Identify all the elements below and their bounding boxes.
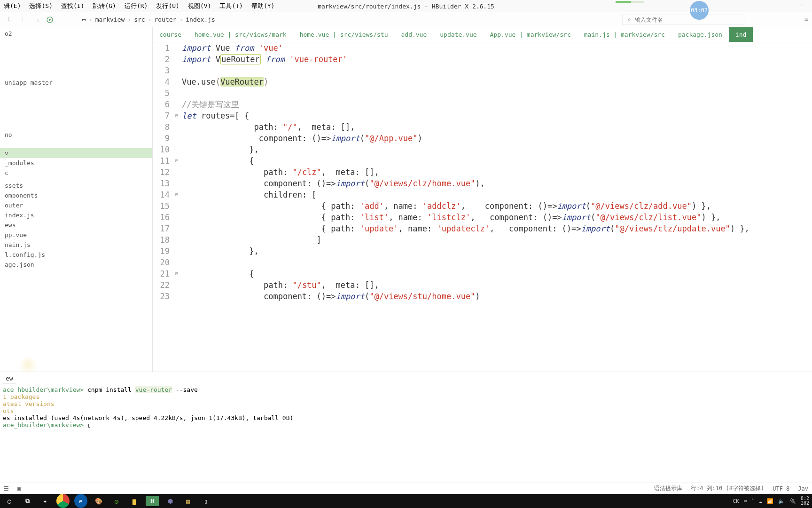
menu-tools[interactable]: 工具(T) [219, 2, 242, 10]
sidebar-item-mainjs[interactable]: nain.js [0, 240, 152, 250]
sidebar-project[interactable]: o2 [0, 27, 152, 40]
ime-indicator[interactable]: CK [733, 498, 739, 504]
taskview-icon[interactable]: ⧉ [21, 496, 34, 506]
code-editor[interactable]: 1234567891011121314151617181920212223 ⊟⊟… [153, 42, 812, 372]
sidebar-item-views[interactable]: ews [0, 220, 152, 230]
status-rowcol: 行:4 列:10 (8字符被选择) [691, 484, 764, 492]
file-search[interactable]: ⌕ [622, 15, 744, 25]
run-icon[interactable] [47, 16, 53, 23]
minimize-icon[interactable]: — [799, 2, 803, 9]
tray-time[interactable]: 8:2 202 [801, 496, 809, 506]
tab-mainjs[interactable]: main.js | markview/src [578, 27, 671, 42]
sidebar-item-pkgjson[interactable]: age.json [0, 260, 152, 270]
edge-icon[interactable]: e [74, 496, 87, 506]
sidebar-item-indexjs[interactable]: index.js [0, 210, 152, 220]
hbuilder-icon[interactable]: H [146, 496, 159, 506]
sidebar-item-uniapp[interactable]: uniapp-master [0, 78, 152, 87]
menu-help[interactable]: 帮助(Y) [251, 2, 274, 10]
search-input[interactable] [635, 16, 739, 23]
terminal-line4: ots [3, 407, 809, 414]
tray-volume-icon[interactable]: 🔈 [778, 498, 785, 504]
code-content[interactable]: import Vue from 'vue'import VueRouter fr… [182, 42, 812, 372]
progress-overlay [616, 1, 644, 3]
fold-column[interactable]: ⊟⊟⊟⊟ [175, 42, 182, 372]
notepad-icon[interactable]: ▯ [199, 496, 212, 506]
menu-goto[interactable]: 跳转(G) [93, 2, 116, 10]
taskbar: ◯ ⧉ ✦ e 🎨 ◎ ▆ H ⬢ ▦ ▯ CK ⌨ ˄ ☁ 📶 🔈 🔌 8:2… [0, 494, 812, 508]
tab-indexjs[interactable]: ind [729, 27, 753, 42]
tray-power-icon[interactable]: 🔌 [789, 498, 796, 504]
start-icon[interactable]: ◯ [3, 496, 16, 506]
sidebar-item-router[interactable]: outer [0, 200, 152, 210]
window-title: markview/src/router/index.js - HBuilder … [318, 0, 494, 12]
sidebar-item-modules[interactable]: _modules [0, 158, 152, 168]
svg-marker-1 [49, 18, 52, 21]
tray-cloud-icon[interactable]: ☁ [759, 498, 762, 504]
breadcrumb: ▭ › markview › src › router › index.js [82, 16, 215, 23]
search-icon: ⌕ [627, 16, 631, 23]
menu-publish[interactable]: 发行(U) [156, 2, 179, 10]
sidebar-item-components[interactable]: omponents [0, 190, 152, 200]
folder-icon: ▭ [82, 16, 86, 23]
sidebar-item-appvue[interactable]: pp.vue [0, 230, 152, 240]
crumb-file[interactable]: index.js [186, 16, 215, 23]
terminal-tab[interactable]: ew [3, 374, 16, 383]
sidebar-item-config[interactable]: l.config.js [0, 250, 152, 260]
menu-edit[interactable]: 辑(E) [4, 2, 21, 10]
status-encoding[interactable]: UTF-8 [773, 485, 789, 492]
app-misc-icon[interactable]: ▦ [181, 496, 195, 506]
status-language[interactable]: Jav [798, 485, 808, 492]
terminal-cmd2: --save [172, 386, 198, 393]
tab-home-mark[interactable]: home.vue | src/views/mark [188, 27, 293, 42]
nav-back-icon[interactable]: 〈 [2, 16, 12, 24]
terminal-pkg: vue-router [135, 386, 172, 393]
tray-wifi-icon[interactable]: 📶 [767, 498, 773, 504]
tab-appvue[interactable]: App.vue | markview/src [484, 27, 578, 42]
toolbar: 〈 〉 ☆ ▭ › markview › src › router › inde… [0, 12, 812, 27]
sidebar-item-v[interactable]: v [0, 148, 152, 158]
mouse-highlight [19, 356, 38, 374]
chrome-icon[interactable] [56, 496, 70, 506]
sidebar-item-assets[interactable]: ssets [0, 181, 152, 190]
status-icon-tree[interactable]: ☰ [4, 485, 9, 492]
tray-up-icon[interactable]: ˄ [751, 498, 754, 504]
terminal-prompt2: ace_hbuilder\markview> [3, 421, 84, 429]
tab-home-stu[interactable]: home.vue | src/views/stu [293, 27, 395, 42]
sidebar: o2 uniapp-master no v _modules c ssets o… [0, 27, 153, 372]
explorer-icon[interactable]: ▆ [128, 496, 141, 506]
clock-overlay: 03:02 [690, 1, 709, 20]
line-gutter: 1234567891011121314151617181920212223 [153, 42, 175, 372]
filter-icon[interactable]: ≡ [804, 16, 808, 23]
browser360-icon[interactable]: ◎ [110, 496, 123, 506]
terminal-prompt: ace_hbuilder\markview> [3, 386, 84, 393]
paint-icon[interactable]: 🎨 [92, 496, 105, 506]
system-tray[interactable]: CK ⌨ ˄ ☁ 📶 🔈 🔌 8:2 202 [733, 496, 809, 506]
star-icon[interactable]: ☆ [36, 16, 40, 24]
status-syntax[interactable]: 语法提示库 [654, 484, 682, 492]
menu-find[interactable]: 查找(I) [61, 2, 84, 10]
sidebar-item-no[interactable]: no [0, 130, 152, 140]
menu-run[interactable]: 运行(R) [125, 2, 148, 10]
terminal-panel: ew ace_hbuilder\markview> cnpm install v… [0, 372, 812, 494]
status-icon-terminal[interactable]: ▣ [17, 485, 21, 492]
crumb-src[interactable]: src [134, 16, 145, 23]
terminal-cmd: cnpm install [84, 386, 135, 393]
app-hex-icon[interactable]: ⬢ [164, 496, 177, 506]
nav-forward-icon[interactable]: 〉 [19, 16, 29, 24]
copilot-icon[interactable]: ✦ [39, 496, 52, 506]
tab-updatevue[interactable]: update.vue [433, 27, 483, 42]
tab-course[interactable]: course [153, 27, 188, 42]
menu-select[interactable]: 选择(S) [29, 2, 52, 10]
menu-view[interactable]: 视图(V) [188, 2, 211, 10]
terminal-output[interactable]: ace_hbuilder\markview> cnpm install vue-… [3, 386, 809, 429]
tab-packagejson[interactable]: package.json [671, 27, 729, 42]
terminal-line2: 1 packages [3, 393, 809, 400]
terminal-line5: es installed (used 4s(network 4s), speed… [3, 414, 809, 421]
tab-addvue[interactable]: add.vue [394, 27, 433, 42]
tray-keyboard-icon[interactable]: ⌨ [744, 498, 747, 504]
status-bar: ☰ ▣ 语法提示库 行:4 列:10 (8字符被选择) UTF-8 Jav [0, 483, 812, 494]
crumb-project[interactable]: markview [95, 16, 125, 23]
terminal-cursor[interactable]: ▯ [87, 421, 91, 429]
sidebar-item-c[interactable]: c [0, 168, 152, 178]
crumb-router[interactable]: router [154, 16, 176, 23]
